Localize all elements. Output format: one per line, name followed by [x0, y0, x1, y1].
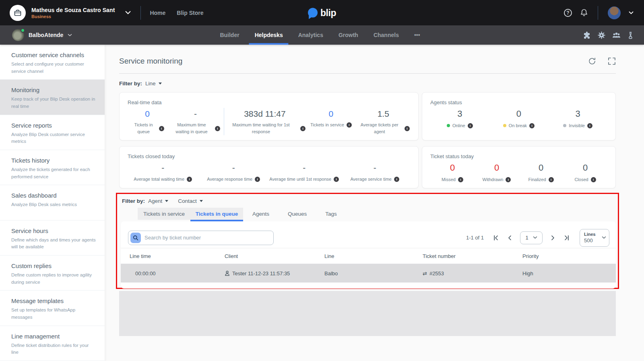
sidebar-item-monitoring[interactable]: MonitoringKeep track of your Blip Desk o… — [0, 80, 105, 115]
info-icon[interactable]: i — [300, 126, 305, 131]
tab-channels[interactable]: Channels — [374, 25, 399, 45]
metric-value: 1.5 — [357, 108, 410, 120]
info-icon[interactable]: i — [187, 177, 192, 182]
info-icon[interactable]: i — [347, 122, 352, 128]
tab-tags[interactable]: Tags — [316, 208, 346, 220]
chevron-down-icon[interactable] — [125, 11, 131, 14]
metric-average-service-time: -Average service timei — [340, 162, 411, 182]
topbar-links: HomeBlip Store — [150, 10, 203, 16]
sidebar-item-desc: Define custom replies to improve agility… — [11, 272, 97, 286]
sidebar-item-line-management[interactable]: Line managementDefine ticket distributio… — [0, 326, 105, 361]
tab-agents[interactable]: Agents — [243, 208, 279, 220]
last-page-button[interactable] — [564, 235, 570, 241]
divider — [598, 6, 598, 20]
metric-maximum-time-waiting-in-queue: -Maximum time waiting in queuei — [167, 108, 223, 135]
metric-value: - — [167, 108, 223, 120]
sidebar-item-title: Custom replies — [11, 262, 97, 269]
user-avatar[interactable] — [608, 6, 621, 19]
tab-queues[interactable]: Queues — [279, 208, 316, 220]
bot-nav-bar: BalboAtende BuilderHelpdesksAnalyticsGro… — [0, 25, 644, 45]
cell-priority: High — [522, 270, 616, 276]
divider — [140, 6, 141, 20]
sidebar-item-sales-dashboard[interactable]: Sales dashboardAnalyze Blip Desk sales m… — [0, 185, 105, 220]
sidebar-item-service-reports[interactable]: Service reportsAnalyze Blip Desk custome… — [0, 115, 105, 150]
caret-down-icon — [165, 200, 168, 202]
sidebar-item-message-templates[interactable]: Message templatesSet up templates for Wh… — [0, 291, 105, 326]
metric-label-text: Withdrawn — [483, 176, 504, 183]
page-select[interactable]: 1 — [520, 231, 543, 244]
metric-value: - — [128, 162, 198, 173]
next-page-button[interactable] — [551, 235, 555, 241]
info-icon[interactable]: i — [255, 177, 260, 182]
info-icon[interactable]: i — [549, 177, 554, 182]
info-icon[interactable]: i — [587, 123, 592, 128]
team-users-icon[interactable] — [612, 32, 621, 39]
tab-tickets-in-queue[interactable]: Tickets in queue — [190, 208, 243, 220]
tickets-panel-highlighted: Filter by: AgentContact Tickets in servi… — [116, 193, 619, 289]
info-icon[interactable]: i — [334, 177, 339, 182]
chevron-down-icon — [602, 236, 606, 239]
metric-value: 3 — [548, 108, 607, 120]
refresh-button[interactable] — [588, 57, 597, 66]
info-icon[interactable]: i — [458, 177, 463, 182]
lab-flask-icon[interactable] — [627, 31, 634, 39]
info-icon[interactable]: i — [394, 177, 399, 182]
first-page-button[interactable] — [493, 235, 499, 241]
info-icon[interactable]: i — [215, 126, 220, 131]
panel-tabs: Tickets in serviceTickets in queueAgents… — [138, 208, 616, 220]
lines-per-page-select[interactable]: Lines 500 — [580, 229, 609, 247]
notifications-bell-icon[interactable] — [580, 8, 588, 17]
metric-label-text: On break — [509, 122, 527, 129]
search-input[interactable] — [141, 235, 273, 241]
info-icon[interactable]: i — [591, 177, 596, 182]
metric-value: - — [198, 162, 269, 173]
help-button[interactable]: ? — [564, 9, 572, 17]
metric-label-text: Finalized — [528, 176, 546, 183]
info-icon[interactable]: i — [468, 123, 473, 128]
tab-tickets-in-service[interactable]: Tickets in service — [138, 208, 190, 220]
contact-filter-dropdown[interactable]: Contact — [178, 198, 203, 204]
info-icon[interactable]: i — [405, 126, 410, 131]
status-dot — [447, 124, 450, 127]
info-icon[interactable]: i — [506, 177, 511, 182]
metric-withdrawn: 0Withdrawni — [475, 162, 519, 183]
agent-filter-dropdown[interactable]: Agent — [148, 198, 168, 204]
table-row[interactable]: 00:00:00Tester 11-12-23 11:57:35Balbo⇄#2… — [121, 264, 616, 283]
metric-label-text: Closed — [574, 176, 588, 183]
col-header-ticket-number: Ticket number — [423, 253, 522, 259]
info-icon[interactable]: i — [159, 126, 164, 131]
topbar-link-blip-store[interactable]: Blip Store — [177, 10, 203, 16]
tab-more-menu[interactable]: ••• — [414, 25, 420, 45]
metric-label-text: Average service time — [350, 176, 392, 183]
ticket-search[interactable] — [128, 231, 274, 245]
tab-helpdesks[interactable]: Helpdesks — [255, 25, 283, 45]
fullscreen-button[interactable] — [608, 57, 616, 65]
plugins-puzzle-icon[interactable] — [583, 31, 591, 39]
sidebar-item-tickets-history[interactable]: Tickets historyAnalyze the tickets gener… — [0, 150, 105, 185]
chevron-down-icon[interactable] — [629, 11, 634, 14]
metric-online: 3Onlinei — [430, 108, 489, 129]
metric-tickets-in-queue: 0Tickets in queuei — [128, 108, 167, 135]
account-switcher[interactable]: Matheus de Souza Castro Sant Business — [0, 5, 131, 21]
sidebar-item-custom-replies[interactable]: Custom repliesDefine custom replies to i… — [0, 256, 105, 291]
card-title: Tickets closed today — [128, 153, 410, 159]
tab-builder[interactable]: Builder — [220, 25, 239, 45]
metric-value: 0 — [305, 108, 356, 120]
card-title: Agents status — [430, 99, 607, 105]
sidebar-item-customer-service-channels[interactable]: Customer service channelsSelect and conf… — [0, 45, 105, 80]
topbar-link-home[interactable]: Home — [150, 10, 165, 16]
tab-analytics[interactable]: Analytics — [298, 25, 323, 45]
cards-row-top: Real-time data0Tickets in queuei-Maximum… — [119, 92, 616, 140]
settings-gear-icon[interactable] — [598, 31, 605, 39]
tab-growth[interactable]: Growth — [339, 25, 358, 45]
nav-tabs: BuilderHelpdesksAnalyticsGrowthChannels•… — [220, 25, 420, 45]
sidebar-item-service-hours[interactable]: Service hoursDefine which days and times… — [0, 221, 105, 256]
line-filter-dropdown[interactable]: Line — [145, 80, 162, 87]
bot-switcher[interactable]: BalboAtende — [0, 29, 72, 41]
info-icon[interactable]: i — [529, 123, 535, 128]
empty-panel-area — [119, 291, 616, 336]
sidebar-item-desc: Analyze the tickets generated for each p… — [11, 166, 97, 181]
table-header: Line timeClientLineTicket numberPriority — [121, 248, 616, 264]
metric-value: 0 — [489, 108, 549, 120]
previous-page-button[interactable] — [507, 235, 512, 241]
